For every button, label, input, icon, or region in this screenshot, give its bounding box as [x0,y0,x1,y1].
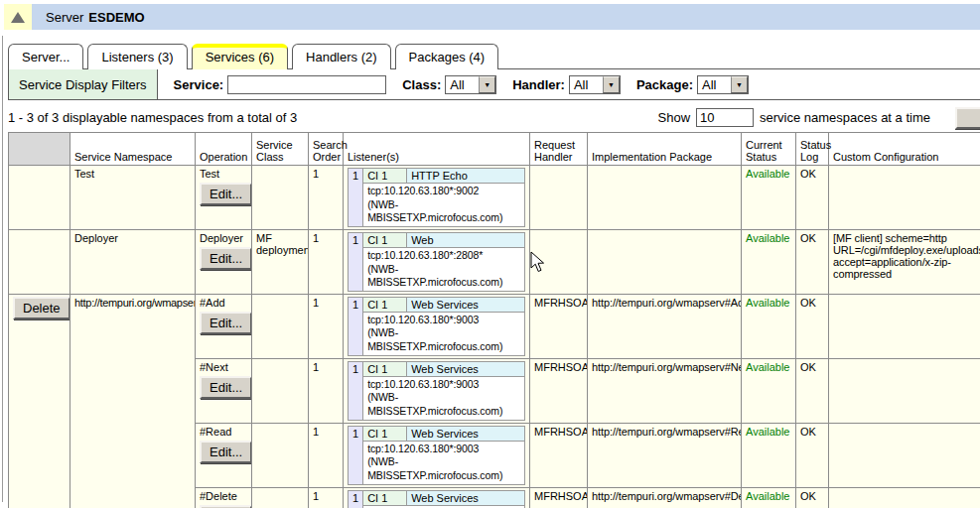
action-cell: Delete [9,294,70,508]
search-order-cell: 1 [309,229,344,294]
edit-button[interactable]: Edit... [200,441,252,463]
handler-filter-select[interactable]: All ▼ [569,75,621,94]
operation-name: #Delete [200,490,247,502]
operation-cell: Test Edit... [196,166,252,230]
server-title: Server ESDEMO [32,4,980,30]
package-filter-value: All [698,77,731,92]
pagination-row: 1 - 3 of 3 displayable namespaces from a… [8,106,980,129]
listener-conversation: CI 1 [363,490,407,505]
header-action [9,133,70,166]
edit-button[interactable]: Edit... [200,505,252,508]
operation-cell: #Add Edit... [196,294,252,358]
class-filter-select[interactable]: All ▼ [445,75,496,94]
listener-cell: 1 CI 1 Web Services tcp:10.120.63.180*:9… [344,358,530,423]
status-cell: Available [742,166,796,230]
listener-conversation: CI 1 [363,169,407,184]
operation-name: Test [200,168,247,180]
operation-name: #Add [200,297,247,309]
edit-button[interactable]: Edit... [200,183,252,205]
header-request-handler: Request Handler [530,133,588,166]
delete-button[interactable]: Delete [13,297,70,319]
mouse-cursor [530,251,547,274]
listener-conversation: CI 1 [363,232,407,247]
listener-cell: 1 CI 1 Web Services tcp:10.120.63.180*:9… [344,294,530,358]
tab-server[interactable]: Server... [8,44,83,69]
search-order-cell: 1 [309,487,344,508]
request-handler-cell: MFRHSOAP [530,423,588,487]
listener-name: Web Services [407,361,525,376]
handler-filter-label: Handler: [512,77,565,92]
table-header-row: Service Namespace Operation Service Clas… [9,133,980,166]
status-cell: Available [742,229,796,294]
namespace-cell: Test [70,166,196,230]
operation-cell: #Read Edit... [196,423,252,487]
listener-index: 1 [349,490,363,508]
chevron-down-icon[interactable]: ▼ [603,76,620,93]
request-handler-cell: MFRHSOAP [530,358,588,423]
service-class-cell [252,294,309,358]
tab-listeners[interactable]: Listeners (3) [87,44,187,69]
listener-index: 1 [349,297,363,355]
custom-configuration-cell [829,487,980,508]
search-order-cell: 1 [309,423,344,487]
window-left-border [2,36,3,502]
edit-button[interactable]: Edit... [200,247,252,270]
listener-index: 1 [349,361,363,420]
chevron-down-icon[interactable]: ▼ [731,76,748,93]
header-listeners: Listener(s) [344,133,530,166]
handler-filter-value: All [570,77,603,92]
listener-index: 1 [349,169,363,227]
filter-bar: Service Display Filters Service: Class: … [8,68,980,100]
header-current-status: Current Status [742,133,796,166]
listener-subtable: 1 CI 1 Web tcp:10.120.63.180*:2808* (NWB… [348,232,525,292]
show-count-input[interactable] [696,108,754,127]
listener-address: tcp:10.120.63.180*:9003 (NWB-MBISSETXP.m… [363,312,525,355]
service-filter-label: Service: [174,77,224,92]
search-order-cell: 1 [309,166,344,230]
chevron-down-icon[interactable]: ▼ [479,76,495,93]
listener-subtable: 1 CI 1 Web Services tcp:10.120.63.180*:9… [348,490,525,508]
service-class-cell [252,358,309,423]
header-custom-configuration: Custom Configuration [829,133,980,166]
table-row: Delete http://tempuri.org/wmapserv #Add … [9,294,980,358]
tab-services[interactable]: Services (6) [192,44,288,69]
tab-packages[interactable]: Packages (4) [395,44,499,69]
collapse-button[interactable] [4,4,32,30]
listener-subtable: 1 CI 1 HTTP Echo tcp:10.120.63.180*:9002… [348,168,525,227]
listener-cell: 1 CI 1 Web tcp:10.120.63.180*:2808* (NWB… [344,229,530,294]
listener-cell: 1 CI 1 Web Services tcp:10.120.63.180*:9… [344,487,530,508]
header-implementation-package: Implementation Package [588,133,742,166]
package-filter-select[interactable]: All ▼ [697,75,749,94]
server-title-bar: Server ESDEMO [4,4,980,30]
custom-configuration-cell [829,166,980,230]
listener-cell: 1 CI 1 Web Services tcp:10.120.63.180*:9… [344,423,530,487]
operation-name: Deployer [200,232,247,244]
header-service-namespace: Service Namespace [70,133,196,166]
custom-configuration-cell [829,423,980,487]
services-table: Service Namespace Operation Service Clas… [8,132,980,508]
implementation-package-cell: http://tempuri.org/wmapserv#Next [588,358,742,423]
status-log-cell: OK [796,423,829,487]
status-log-cell: OK [796,229,829,294]
service-filter-input[interactable] [227,75,386,94]
edge-partial-button[interactable] [955,107,980,129]
custom-configuration-cell [829,358,980,423]
edit-button[interactable]: Edit... [200,376,252,399]
status-log-cell: OK [796,358,829,423]
table-row: Test Test Edit... 1 1 CI 1 HTTP Echo tcp… [9,166,980,230]
header-operation: Operation [196,133,252,166]
service-class-cell: MF deployment [252,229,309,294]
listener-index: 1 [349,232,363,291]
custom-configuration-cell: [MF client] scheme=http URL=/cgi/mfdeplo… [829,229,980,294]
status-cell: Available [742,294,796,358]
operation-name: #Read [200,426,247,438]
show-label: Show [658,110,691,125]
edit-button[interactable]: Edit... [200,312,252,334]
implementation-package-cell [588,229,742,294]
listener-conversation: CI 1 [363,297,407,312]
tab-bar: Server... Listeners (3) Services (6) Han… [8,41,980,69]
listener-address: tcp:10.120.63.180*:9002 (NWB-MBISSETXP.m… [363,184,525,227]
request-handler-cell [530,166,588,230]
listener-cell: 1 CI 1 HTTP Echo tcp:10.120.63.180*:9002… [344,166,530,230]
tab-handlers[interactable]: Handlers (2) [292,44,391,69]
